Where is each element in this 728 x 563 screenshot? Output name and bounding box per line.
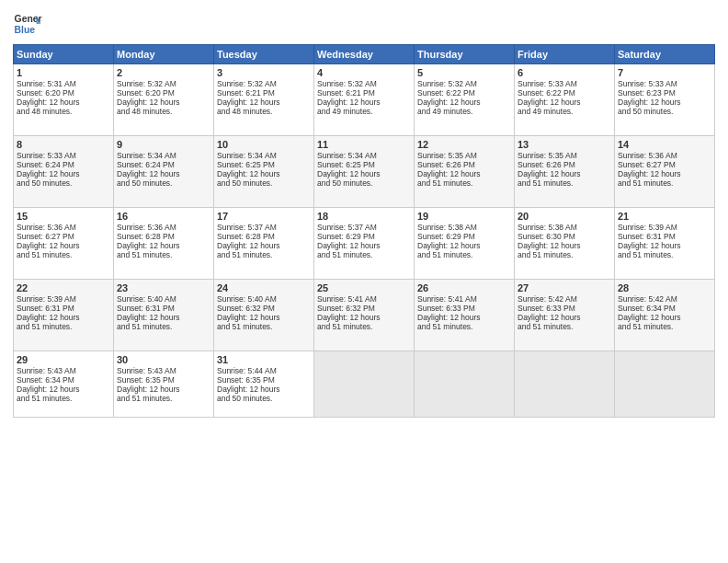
sunset: Sunset: 6:35 PM	[117, 375, 175, 385]
daylight-mins: and 51 minutes.	[17, 394, 72, 403]
day-number: 13	[518, 139, 611, 150]
daylight-mins: and 50 minutes.	[17, 178, 72, 188]
sunset: Sunset: 6:27 PM	[17, 232, 74, 241]
daylight: Daylight: 12 hours	[217, 241, 280, 250]
sunset: Sunset: 6:31 PM	[618, 232, 676, 241]
sunrise: Sunrise: 5:43 AM	[17, 366, 76, 375]
calendar-cell	[314, 351, 415, 418]
daylight: Daylight: 12 hours	[518, 169, 581, 178]
sunset: Sunset: 6:20 PM	[17, 88, 74, 98]
daylight: Daylight: 12 hours	[417, 313, 481, 322]
calendar-cell: 9Sunrise: 5:34 AMSunset: 6:24 PMDaylight…	[114, 136, 214, 208]
day-number: 20	[518, 211, 611, 222]
daylight: Daylight: 12 hours	[17, 98, 80, 107]
daylight: Daylight: 12 hours	[618, 313, 681, 322]
sunset: Sunset: 6:20 PM	[117, 88, 175, 98]
sunset: Sunset: 6:29 PM	[317, 232, 375, 241]
daylight-mins: and 49 minutes.	[518, 107, 573, 116]
day-number: 2	[117, 67, 210, 78]
calendar-cell: 18Sunrise: 5:37 AMSunset: 6:29 PMDayligh…	[314, 208, 415, 280]
daylight: Daylight: 12 hours	[17, 313, 80, 322]
sunrise: Sunrise: 5:42 AM	[518, 294, 577, 304]
sunrise: Sunrise: 5:33 AM	[518, 79, 577, 88]
daylight-mins: and 50 minutes.	[117, 178, 172, 188]
sunset: Sunset: 6:24 PM	[117, 160, 175, 169]
day-number: 25	[317, 282, 411, 293]
sunset: Sunset: 6:23 PM	[618, 88, 676, 98]
day-header-thursday: Thursday	[415, 45, 515, 64]
calendar-cell: 28Sunrise: 5:42 AMSunset: 6:34 PMDayligh…	[615, 280, 715, 351]
calendar-cell: 25Sunrise: 5:41 AMSunset: 6:32 PMDayligh…	[314, 280, 415, 351]
day-number: 5	[417, 67, 511, 78]
daylight: Daylight: 12 hours	[217, 169, 280, 178]
daylight: Daylight: 12 hours	[518, 313, 581, 322]
sunset: Sunset: 6:34 PM	[17, 375, 74, 385]
daylight: Daylight: 12 hours	[217, 98, 280, 107]
day-header-friday: Friday	[515, 45, 615, 64]
daylight-mins: and 51 minutes.	[317, 322, 372, 331]
sunrise: Sunrise: 5:38 AM	[417, 223, 477, 232]
calendar-header-row: SundayMondayTuesdayWednesdayThursdayFrid…	[14, 45, 715, 64]
sunset: Sunset: 6:28 PM	[117, 232, 175, 241]
sunrise: Sunrise: 5:42 AM	[618, 294, 677, 304]
week-row-5: 29Sunrise: 5:43 AMSunset: 6:34 PMDayligh…	[14, 351, 715, 418]
daylight-mins: and 51 minutes.	[518, 250, 573, 259]
daylight: Daylight: 12 hours	[117, 98, 180, 107]
sunset: Sunset: 6:33 PM	[417, 304, 475, 313]
daylight: Daylight: 12 hours	[117, 385, 180, 394]
sunset: Sunset: 6:27 PM	[618, 160, 676, 169]
day-number: 22	[17, 282, 110, 293]
sunset: Sunset: 6:29 PM	[417, 232, 475, 241]
day-number: 10	[217, 139, 311, 150]
daylight-mins: and 51 minutes.	[618, 322, 673, 331]
day-number: 27	[518, 282, 611, 293]
calendar-cell: 23Sunrise: 5:40 AMSunset: 6:31 PMDayligh…	[114, 280, 214, 351]
daylight-mins: and 48 minutes.	[17, 107, 72, 116]
day-number: 8	[17, 139, 110, 150]
day-number: 16	[117, 211, 210, 222]
calendar-cell: 27Sunrise: 5:42 AMSunset: 6:33 PMDayligh…	[515, 280, 615, 351]
sunset: Sunset: 6:24 PM	[17, 160, 74, 169]
calendar-cell: 3Sunrise: 5:32 AMSunset: 6:21 PMDaylight…	[214, 64, 314, 136]
day-header-sunday: Sunday	[14, 45, 114, 64]
daylight-mins: and 50 minutes.	[217, 394, 272, 403]
day-number: 9	[117, 139, 210, 150]
daylight: Daylight: 12 hours	[618, 169, 681, 178]
calendar-cell: 6Sunrise: 5:33 AMSunset: 6:22 PMDaylight…	[515, 64, 615, 136]
daylight-mins: and 51 minutes.	[217, 322, 272, 331]
week-row-1: 1Sunrise: 5:31 AMSunset: 6:20 PMDaylight…	[14, 64, 715, 136]
sunset: Sunset: 6:25 PM	[317, 160, 375, 169]
calendar-cell: 21Sunrise: 5:39 AMSunset: 6:31 PMDayligh…	[615, 208, 715, 280]
daylight: Daylight: 12 hours	[417, 169, 481, 178]
daylight: Daylight: 12 hours	[518, 241, 581, 250]
sunset: Sunset: 6:25 PM	[217, 160, 275, 169]
day-number: 19	[417, 211, 511, 222]
daylight: Daylight: 12 hours	[317, 169, 381, 178]
calendar-cell: 10Sunrise: 5:34 AMSunset: 6:25 PMDayligh…	[214, 136, 314, 208]
calendar-cell: 17Sunrise: 5:37 AMSunset: 6:28 PMDayligh…	[214, 208, 314, 280]
calendar-cell: 11Sunrise: 5:34 AMSunset: 6:25 PMDayligh…	[314, 136, 415, 208]
daylight-mins: and 51 minutes.	[17, 250, 72, 259]
daylight: Daylight: 12 hours	[17, 241, 80, 250]
week-row-4: 22Sunrise: 5:39 AMSunset: 6:31 PMDayligh…	[14, 280, 715, 351]
sunset: Sunset: 6:32 PM	[317, 304, 375, 313]
day-number: 7	[618, 67, 711, 78]
sunrise: Sunrise: 5:40 AM	[217, 294, 277, 304]
sunset: Sunset: 6:31 PM	[117, 304, 175, 313]
daylight-mins: and 51 minutes.	[417, 178, 472, 188]
sunrise: Sunrise: 5:34 AM	[317, 151, 377, 160]
sunrise: Sunrise: 5:32 AM	[417, 79, 477, 88]
daylight: Daylight: 12 hours	[117, 313, 180, 322]
sunrise: Sunrise: 5:32 AM	[217, 79, 277, 88]
calendar-cell: 5Sunrise: 5:32 AMSunset: 6:22 PMDaylight…	[415, 64, 515, 136]
day-number: 1	[17, 67, 110, 78]
day-number: 31	[217, 354, 311, 365]
day-number: 12	[417, 139, 511, 150]
daylight: Daylight: 12 hours	[417, 98, 481, 107]
sunrise: Sunrise: 5:34 AM	[217, 151, 277, 160]
day-number: 14	[618, 139, 711, 150]
sunset: Sunset: 6:34 PM	[618, 304, 676, 313]
day-number: 18	[317, 211, 411, 222]
daylight: Daylight: 12 hours	[117, 241, 180, 250]
daylight-mins: and 51 minutes.	[618, 178, 673, 188]
